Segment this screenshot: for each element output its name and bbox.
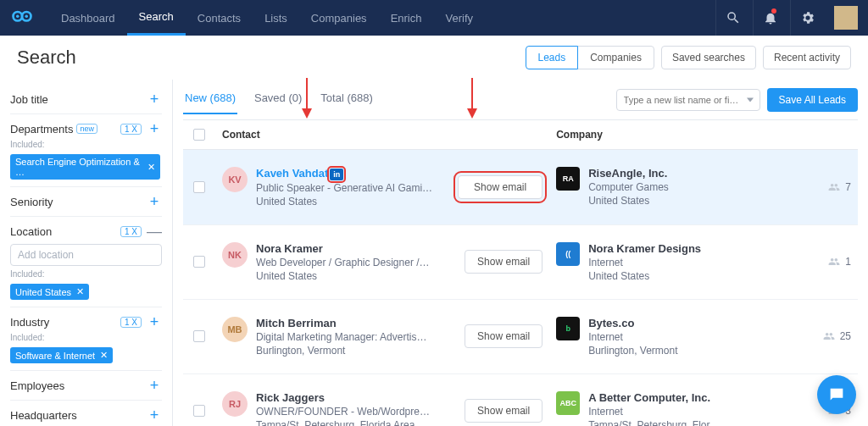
tab[interactable]: Saved (0) — [253, 85, 303, 114]
results-panel: New (688)Saved (0)Total (688) Save All L… — [173, 80, 868, 426]
filter-label: Headquarters — [10, 409, 77, 422]
save-all-leads-button[interactable]: Save All Leads — [767, 88, 858, 112]
location-input[interactable] — [10, 244, 162, 266]
filter-headquarters[interactable]: Headquarters + — [10, 401, 162, 426]
saved-searches-button[interactable]: Saved searches — [661, 46, 756, 69]
filter-count-badge[interactable]: 1 X — [120, 317, 142, 328]
plus-icon[interactable]: + — [147, 378, 162, 393]
company-name[interactable]: Bytes.co — [588, 317, 677, 329]
company-name[interactable]: A Better Computer, Inc. — [588, 391, 720, 404]
minus-icon[interactable]: — — [147, 224, 162, 239]
filter-departments: Departments new 1 X + Included: Search E… — [10, 114, 162, 187]
contact-location: United States — [256, 270, 430, 282]
employee-count: 7 — [828, 181, 851, 193]
nav-item-dashboard[interactable]: Dashboard — [49, 0, 127, 36]
chat-fab[interactable] — [817, 375, 856, 414]
included-label: Included: — [10, 333, 162, 342]
show-email-button[interactable]: Show email — [465, 399, 542, 423]
company-industry: Internet — [588, 406, 720, 418]
filter-label: Industry — [10, 316, 49, 329]
company-logo: ABC — [556, 391, 580, 415]
filter-seniority[interactable]: Seniority + — [10, 187, 162, 217]
close-icon[interactable]: ✕ — [147, 162, 155, 173]
contact-title: OWNER/FOUNDER - Web/Wordpre… — [256, 406, 430, 418]
recent-activity-button[interactable]: Recent activity — [763, 46, 851, 69]
select-all-checkbox[interactable] — [193, 129, 205, 141]
contact-name[interactable]: Kaveh Vahdat — [256, 167, 328, 180]
company-name[interactable]: Nora Kramer Designs — [588, 242, 701, 255]
people-icon — [828, 256, 840, 268]
contact-name[interactable]: Nora Kramer — [256, 242, 323, 255]
avatar[interactable] — [834, 6, 858, 30]
company-location: United States — [588, 270, 701, 282]
filter-employees[interactable]: Employees + — [10, 371, 162, 401]
filter-count-badge[interactable]: 1 X — [120, 124, 142, 135]
close-icon[interactable]: ✕ — [76, 286, 84, 297]
bell-icon[interactable] — [753, 0, 787, 36]
company-industry: Internet — [588, 331, 677, 343]
gear-icon[interactable] — [790, 0, 824, 36]
page-title: Search — [17, 47, 76, 69]
svg-point-2 — [16, 15, 19, 19]
filter-chip[interactable]: United States✕ — [10, 284, 89, 300]
plus-icon[interactable]: + — [147, 194, 162, 209]
row-checkbox[interactable] — [193, 256, 205, 268]
table-row[interactable]: NK Nora Kramer Web Developer / Graphic D… — [183, 225, 858, 300]
new-badge: new — [76, 124, 97, 134]
nav-item-verify[interactable]: Verify — [433, 0, 485, 36]
company-industry: Internet — [588, 257, 701, 268]
list-name-input[interactable] — [616, 89, 760, 111]
company-location: Tampa/St. Petersburg, Flor… — [588, 419, 720, 426]
nav-item-search[interactable]: Search — [127, 0, 186, 36]
company-location: United States — [588, 195, 669, 207]
plus-icon[interactable]: + — [147, 121, 162, 136]
nav-item-lists[interactable]: Lists — [253, 0, 299, 36]
nav-item-contacts[interactable]: Contacts — [186, 0, 253, 36]
show-email-button[interactable]: Show email — [465, 324, 542, 348]
contact-name[interactable]: Rick Jaggers — [256, 391, 325, 404]
svg-point-3 — [25, 15, 29, 19]
tab[interactable]: Total (688) — [319, 85, 374, 114]
leads-companies-segmented: Leads Companies — [526, 46, 654, 69]
table-row[interactable]: KV Kaveh Vahdatin Public Speaker - Gener… — [183, 150, 858, 225]
row-checkbox[interactable] — [193, 330, 205, 342]
row-checkbox[interactable] — [193, 405, 205, 417]
filter-label: Location — [10, 225, 52, 238]
contact-avatar: RJ — [222, 391, 248, 417]
contact-location: Burlington, Vermont — [256, 345, 426, 357]
show-email-button[interactable]: Show email — [458, 175, 542, 199]
filter-chip[interactable]: Software & Internet✕ — [10, 347, 113, 363]
segment-companies[interactable]: Companies — [577, 46, 654, 69]
filter-job-title[interactable]: Job title + — [10, 85, 162, 114]
plus-icon[interactable]: + — [147, 91, 162, 107]
included-label: Included: — [10, 269, 162, 279]
top-nav: DashboardSearchContactsListsCompaniesEnr… — [0, 0, 868, 36]
linkedin-icon[interactable]: in — [330, 169, 343, 180]
logo-icon[interactable] — [10, 6, 34, 30]
nav-item-enrich[interactable]: Enrich — [379, 0, 434, 36]
contact-title: Digital Marketing Manager: Advertis… — [256, 331, 426, 343]
table-row[interactable]: MB Mitch Berriman Digital Marketing Mana… — [183, 300, 858, 374]
row-checkbox[interactable] — [193, 181, 205, 193]
tab[interactable]: New (688) — [183, 85, 237, 114]
column-header-contact: Contact — [215, 120, 549, 149]
filter-count-badge[interactable]: 1 X — [120, 226, 142, 237]
search-icon[interactable] — [715, 0, 749, 36]
column-header-company: Company — [549, 120, 858, 149]
filter-chip[interactable]: Search Engine Optimization & …✕ — [10, 154, 160, 180]
contact-name[interactable]: Mitch Berriman — [256, 317, 337, 329]
close-icon[interactable]: ✕ — [100, 350, 108, 361]
nav-item-companies[interactable]: Companies — [299, 0, 379, 36]
plus-icon[interactable]: + — [147, 314, 162, 329]
table-row[interactable]: RJ Rick Jaggers OWNER/FOUNDER - Web/Word… — [183, 374, 858, 426]
filter-label: Seniority — [10, 196, 53, 208]
plus-icon[interactable]: + — [147, 407, 162, 423]
contact-avatar: KV — [222, 167, 248, 192]
company-name[interactable]: RiseAngle, Inc. — [588, 167, 669, 180]
employee-count: 25 — [823, 330, 851, 342]
people-icon — [823, 330, 835, 342]
show-email-button[interactable]: Show email — [465, 250, 542, 274]
company-location: Burlington, Vermont — [588, 345, 677, 357]
segment-leads[interactable]: Leads — [526, 46, 579, 69]
list-select[interactable] — [616, 89, 760, 111]
